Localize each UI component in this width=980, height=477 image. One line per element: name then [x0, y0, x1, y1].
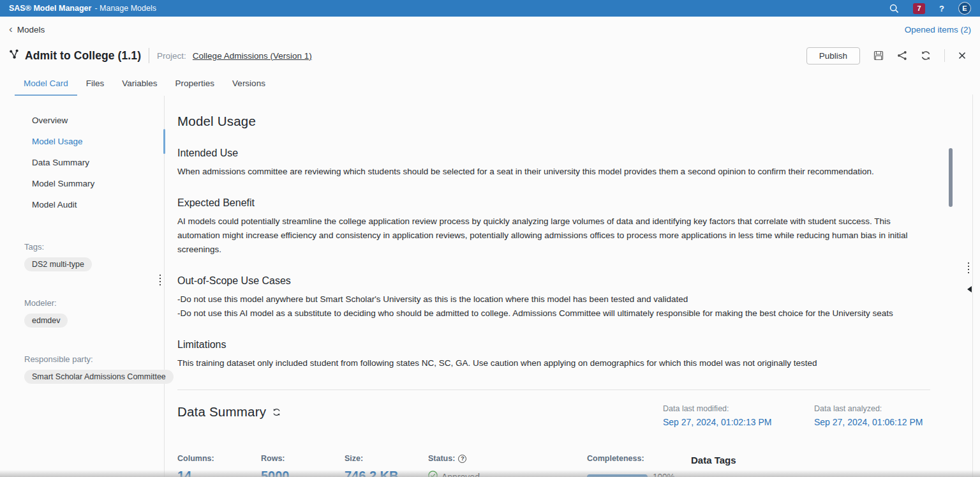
- data-last-modified: Data last modified: Sep 27, 2024, 01:02:…: [663, 404, 779, 427]
- data-last-analyzed-value: Sep 27, 2024, 01:06:12 PM: [814, 417, 930, 427]
- status-label: Status:: [428, 454, 455, 463]
- rows-label: Rows:: [261, 454, 345, 463]
- tag-chip: DS2 multi-type: [24, 257, 92, 271]
- data-tags-title: Data Tags: [691, 455, 820, 466]
- tags-label: Tags:: [24, 242, 164, 252]
- body-limitations: This training dataset only included stud…: [177, 356, 930, 370]
- divider: [944, 49, 945, 62]
- sidebar-item-overview[interactable]: Overview: [0, 110, 164, 131]
- share-icon[interactable]: [897, 50, 907, 61]
- project-label: Project:: [157, 51, 186, 61]
- status-value: Approved: [442, 472, 480, 477]
- stat-columns: Columns: 14: [177, 454, 261, 477]
- stat-status: Status: ? Approved: [428, 454, 587, 477]
- publish-button[interactable]: Publish: [806, 47, 860, 64]
- sidebar-resize-handle[interactable]: [160, 275, 161, 285]
- approved-check-icon: [428, 471, 438, 477]
- heading-limitations: Limitations: [177, 339, 930, 351]
- app-title: SAS® Model Manager: [9, 4, 91, 13]
- body-out-of-scope: -Do not use this model anywhere but Smar…: [177, 292, 930, 321]
- size-value: 746.2 KB: [345, 469, 428, 477]
- content-scrollbar[interactable]: [949, 148, 953, 207]
- body-intended-use: When admissions committee are reviewing …: [177, 165, 930, 179]
- chevron-left-icon: ‹: [9, 24, 13, 34]
- sidebar-item-model-summary[interactable]: Model Summary: [0, 173, 164, 194]
- completeness-bar: [587, 474, 648, 477]
- avatar[interactable]: E: [958, 2, 971, 15]
- modeler-group: Modeler: edmdev: [0, 298, 164, 328]
- section-title-data-summary: Data Summary: [177, 404, 266, 420]
- divider: [149, 48, 149, 63]
- model-header: Admit to College (1.1) Project: College …: [0, 41, 980, 70]
- notifications-badge[interactable]: 7: [913, 3, 925, 14]
- sidebar-item-model-audit[interactable]: Model Audit: [0, 194, 164, 215]
- responsible-party-chip: Smart Scholar Admissions Committee: [24, 370, 174, 384]
- status-help-icon[interactable]: ?: [458, 455, 466, 463]
- responsible-party-group: Responsible party: Smart Scholar Admissi…: [0, 354, 164, 384]
- responsible-party-label: Responsible party:: [24, 354, 164, 364]
- data-last-analyzed-label: Data last analyzed:: [814, 404, 930, 413]
- refresh-icon[interactable]: [921, 50, 931, 61]
- rows-value: 5000: [261, 469, 345, 477]
- back-to-models-link[interactable]: ‹ Models: [9, 25, 45, 34]
- stat-rows: Rows: 5000: [261, 454, 345, 477]
- collapse-panel-arrow-icon[interactable]: [967, 286, 972, 292]
- heading-intended-use: Intended Use: [177, 148, 930, 159]
- completeness-label: Completeness:: [587, 454, 691, 463]
- tab-properties[interactable]: Properties: [167, 73, 224, 96]
- help-icon[interactable]: ?: [939, 4, 944, 13]
- model-card-content: Model Usage Intended Use When admissions…: [165, 96, 980, 477]
- right-panel-resize-handle[interactable]: [968, 262, 969, 273]
- refresh-data-icon[interactable]: [272, 407, 281, 419]
- right-panel-divider: [972, 95, 973, 477]
- model-icon: [9, 49, 19, 62]
- sidebar-item-model-usage[interactable]: Model Usage: [0, 131, 164, 152]
- search-icon[interactable]: [889, 4, 899, 13]
- sidebar-item-data-summary[interactable]: Data Summary: [0, 152, 164, 173]
- stat-completeness: Completeness: 100%: [587, 454, 691, 477]
- project-link[interactable]: College Admissions (Version 1): [193, 51, 312, 61]
- stat-size: Size: 746.2 KB: [345, 454, 428, 477]
- opened-items-link[interactable]: Opened items (2): [905, 25, 971, 34]
- save-icon[interactable]: [873, 50, 884, 61]
- tags-group: Tags: DS2 multi-type: [0, 242, 164, 271]
- data-last-modified-label: Data last modified:: [663, 404, 779, 413]
- body-expected-benefit: AI models could potentially streamline t…: [177, 215, 930, 257]
- model-card-sidebar: Overview Model Usage Data Summary Model …: [0, 96, 165, 477]
- page-title: Admit to College (1.1): [25, 49, 141, 63]
- modeler-chip: edmdev: [24, 314, 68, 328]
- tab-model-card[interactable]: Model Card: [15, 73, 77, 96]
- completeness-value: 100%: [653, 472, 675, 477]
- close-icon[interactable]: [958, 52, 966, 59]
- columns-label: Columns:: [177, 454, 261, 463]
- modeler-label: Modeler:: [24, 298, 164, 308]
- data-last-modified-value: Sep 27, 2024, 01:02:13 PM: [663, 417, 779, 427]
- section-title-model-usage: Model Usage: [177, 114, 930, 129]
- data-tags-block: Data Tags student data synthetic data: [691, 454, 820, 477]
- tab-variables[interactable]: Variables: [113, 73, 166, 96]
- breadcrumb-label: Models: [17, 25, 45, 34]
- section-divider: [177, 390, 930, 390]
- model-tabs: Model Card Files Variables Properties Ve…: [0, 73, 980, 96]
- data-last-analyzed: Data last analyzed: Sep 27, 2024, 01:06:…: [814, 404, 930, 427]
- breadcrumb: ‹ Models Opened items (2): [0, 18, 980, 41]
- tab-files[interactable]: Files: [77, 73, 114, 96]
- tab-versions[interactable]: Versions: [223, 73, 274, 96]
- app-topbar: SAS® Model Manager - Manage Models 7 ? E: [0, 0, 980, 17]
- size-label: Size:: [345, 454, 428, 463]
- heading-expected-benefit: Expected Benefit: [177, 197, 930, 209]
- app-subtitle: - Manage Models: [94, 4, 156, 13]
- heading-out-of-scope: Out-of-Scope Use Cases: [177, 275, 930, 287]
- columns-value: 14: [177, 469, 261, 477]
